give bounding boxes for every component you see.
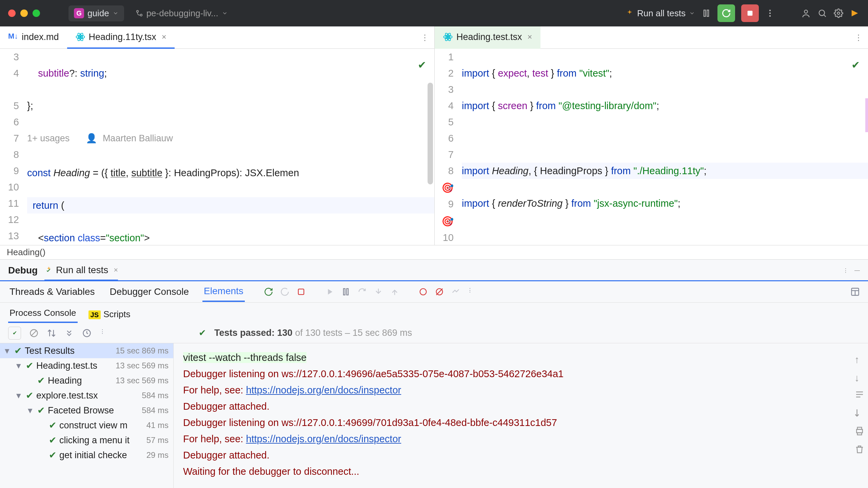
soft-wrap-icon[interactable] xyxy=(854,388,865,398)
svg-point-25 xyxy=(420,289,426,295)
close-session-button[interactable]: × xyxy=(114,266,118,274)
rerun-icon[interactable] xyxy=(264,287,273,297)
react-file-icon xyxy=(75,32,85,42)
svg-point-11 xyxy=(837,12,840,15)
ide-logo-icon xyxy=(850,8,860,18)
scrollbar-vertical[interactable] xyxy=(428,83,433,184)
left-tab-group: M↓ index.md Heading.11ty.tsx × ⋮ xyxy=(0,26,435,48)
show-passed-toggle[interactable]: ✔ xyxy=(8,327,21,340)
project-selector[interactable]: G guide xyxy=(68,5,124,21)
run-line-marker-icon[interactable]: 🎯 xyxy=(441,213,454,229)
more-tree-options-icon[interactable]: ⋮ xyxy=(100,328,109,338)
console-link[interactable]: https://nodejs.org/en/docs/inspector xyxy=(246,385,401,395)
code-content[interactable]: import { expect, test } from "vitest"; i… xyxy=(462,49,868,245)
scroll-to-end-icon[interactable] xyxy=(854,406,865,416)
vcs-branch-selector[interactable]: pe-debugging-liv... xyxy=(131,5,233,21)
svg-rect-3 xyxy=(707,10,709,17)
test-tree-row[interactable]: ▾✔ explore.test.tsx584 ms xyxy=(0,388,173,403)
stop-icon[interactable] xyxy=(296,287,306,297)
tab-index-md[interactable]: M↓ index.md xyxy=(0,26,67,49)
run-config-label: Run all tests xyxy=(637,8,686,19)
test-tree-row[interactable]: ✔ construct view m41 ms xyxy=(0,418,173,433)
rerun-failed-icon[interactable] xyxy=(280,287,290,297)
subtab-scripts[interactable]: JSScripts xyxy=(87,306,132,323)
sort-toggle[interactable] xyxy=(47,328,56,338)
usages-hint[interactable]: 1+ usages xyxy=(27,130,70,146)
step-into-icon[interactable] xyxy=(374,287,383,297)
chevron-down-icon xyxy=(222,10,228,16)
tab-threads-variables[interactable]: Threads & Variables xyxy=(8,282,96,301)
editor-right-pane: 1 2 3 4 5 6 7 8 🎯 9 🎯 10 11 import { exp… xyxy=(435,49,868,245)
run-line-marker-icon[interactable]: 🎯 xyxy=(441,180,454,196)
svg-rect-20 xyxy=(298,289,304,294)
test-tree-row[interactable]: ▾✔ Test Results15 sec 869 ms xyxy=(0,343,173,358)
show-ignored-toggle[interactable] xyxy=(29,328,39,338)
test-history-icon[interactable] xyxy=(82,328,92,338)
status-pass-icon: ✔ xyxy=(199,328,206,338)
tab-overflow-button[interactable]: ⋮ xyxy=(849,33,868,42)
settings-button[interactable] xyxy=(833,8,844,18)
test-tree-row[interactable]: ▾✔ Faceted Browse584 ms xyxy=(0,403,173,418)
titlebar: G guide pe-debugging-liv... Run all test… xyxy=(0,0,868,26)
svg-rect-39 xyxy=(857,433,862,435)
scroll-up-icon[interactable]: ↑ xyxy=(854,351,865,362)
more-menu-button[interactable] xyxy=(765,8,775,18)
run-configuration-selector[interactable]: Run all tests xyxy=(626,8,695,19)
svg-point-7 xyxy=(769,15,771,17)
js-icon: JS xyxy=(88,310,101,319)
rerun-button[interactable] xyxy=(717,4,735,22)
subtab-process-console[interactable]: Process Console xyxy=(8,304,78,323)
pause-button[interactable] xyxy=(701,8,711,18)
tab-heading-test[interactable]: Heading.test.tsx × xyxy=(435,26,540,49)
breadcrumb-item[interactable]: Heading() xyxy=(7,247,45,258)
resume-icon[interactable] xyxy=(325,287,334,297)
more-icon[interactable]: ⋮ xyxy=(467,287,477,297)
author-annotation[interactable]: 👤 Maarten Balliauw xyxy=(86,130,173,146)
hide-tool-window-button[interactable]: — xyxy=(854,267,860,274)
debugger-settings-icon[interactable] xyxy=(451,287,460,297)
inspection-status-icon[interactable]: ✔ xyxy=(851,57,860,73)
error-stripe[interactable] xyxy=(865,98,868,132)
tab-heading-11ty[interactable]: Heading.11ty.tsx × xyxy=(67,26,175,49)
line-gutter: 3 4 5 6 7 8 9 10 11 12 13 14 xyxy=(0,49,27,245)
print-icon[interactable] xyxy=(854,425,865,435)
debug-session-tab[interactable]: Run all tests × xyxy=(44,265,118,281)
console-output[interactable]: vitest --watch --threads false Debugger … xyxy=(174,343,868,488)
editor-split: 3 4 5 6 7 8 9 10 11 12 13 14 subtitle?: … xyxy=(0,49,868,245)
code-with-me-button[interactable] xyxy=(801,8,811,18)
tab-label: index.md xyxy=(22,32,59,42)
code-content[interactable]: subtitle?: string; }; 1+ usages👤 Maarten… xyxy=(27,49,434,245)
svg-rect-21 xyxy=(343,289,345,295)
breadcrumb-bar[interactable]: Heading() xyxy=(0,245,868,260)
stop-button[interactable] xyxy=(741,4,759,22)
step-out-icon[interactable] xyxy=(390,287,399,297)
test-tree-row[interactable]: ✔ clicking a menu it57 ms xyxy=(0,433,173,448)
test-tree-row[interactable]: ✔ Heading13 sec 569 ms xyxy=(0,373,173,388)
mute-breakpoints-icon[interactable] xyxy=(435,287,444,297)
tool-window-options-button[interactable]: ⋮ xyxy=(843,267,848,274)
close-tab-button[interactable]: × xyxy=(528,32,532,42)
minimize-window-button[interactable] xyxy=(20,9,28,17)
expand-all-icon[interactable] xyxy=(64,328,74,338)
maximize-window-button[interactable] xyxy=(33,9,40,17)
tab-overflow-button[interactable]: ⋮ xyxy=(415,33,434,42)
test-tree-row[interactable]: ✔ get initial checke29 ms xyxy=(0,448,173,463)
tab-elements[interactable]: Elements xyxy=(202,282,245,302)
layout-settings-icon[interactable] xyxy=(850,287,860,297)
inspection-status-icon[interactable]: ✔ xyxy=(418,57,426,73)
test-pass-icon xyxy=(44,266,53,274)
close-tab-button[interactable]: × xyxy=(162,32,166,42)
view-breakpoints-icon[interactable] xyxy=(418,287,428,297)
test-tree-row[interactable]: ▾✔ Heading.test.ts13 sec 569 ms xyxy=(0,358,173,373)
tab-debugger-console[interactable]: Debugger Console xyxy=(108,282,191,301)
scroll-down-icon[interactable]: ↓ xyxy=(854,370,865,380)
step-over-icon[interactable] xyxy=(357,287,367,297)
pause-icon[interactable] xyxy=(341,287,351,297)
console-link[interactable]: https://nodejs.org/en/docs/inspector xyxy=(246,433,401,444)
right-tab-group: Heading.test.tsx × ⋮ xyxy=(435,26,868,48)
close-window-button[interactable] xyxy=(8,9,16,17)
search-button[interactable] xyxy=(817,8,827,18)
svg-point-5 xyxy=(769,10,771,12)
clear-icon[interactable] xyxy=(854,443,865,453)
test-result-tree[interactable]: ▾✔ Test Results15 sec 869 ms▾✔ Heading.t… xyxy=(0,343,174,488)
